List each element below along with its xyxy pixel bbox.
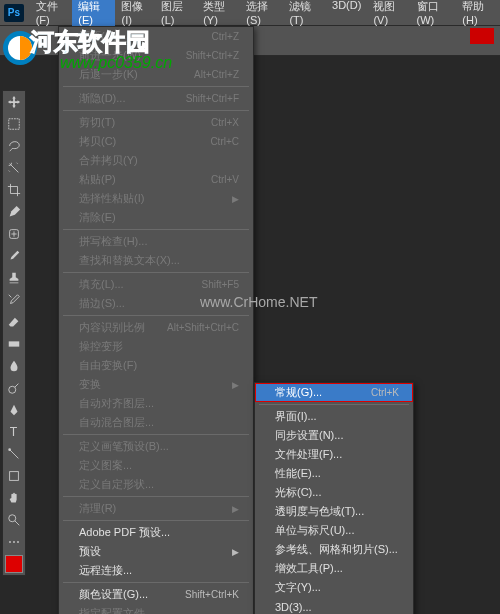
menu-8[interactable]: 视图(V)	[367, 0, 410, 30]
heal-tool[interactable]	[3, 223, 25, 245]
edit-item-9: 粘贴(P)Ctrl+V	[59, 170, 253, 189]
edit-item-7: 拷贝(C)Ctrl+C	[59, 132, 253, 151]
edit-item-20: 操控变形	[59, 337, 253, 356]
edit-sep-31	[63, 520, 249, 521]
foreground-color[interactable]	[5, 555, 23, 573]
preferences-submenu: 常规(G)...Ctrl+K界面(I)...同步设置(N)...文件处理(F).…	[254, 382, 414, 614]
edit-item-14: 查找和替换文本(X)...	[59, 251, 253, 270]
edit-item-6: 剪切(T)Ctrl+X	[59, 113, 253, 132]
prefs-item-10[interactable]: 增效工具(P)...	[255, 559, 413, 578]
history-brush-tool[interactable]	[3, 289, 25, 311]
menu-10[interactable]: 帮助(H)	[456, 0, 500, 30]
svg-point-3	[9, 386, 16, 393]
edit-item-37: 指定配置文件...	[59, 604, 253, 614]
edit-sep-3	[63, 86, 249, 87]
prefs-item-7[interactable]: 透明度与色域(T)...	[255, 502, 413, 521]
eraser-tool[interactable]	[3, 311, 25, 333]
edit-sep-15	[63, 272, 249, 273]
edit-sep-18	[63, 315, 249, 316]
prefs-item-12[interactable]: 3D(3)...	[255, 597, 413, 614]
edit-item-28: 定义自定形状...	[59, 475, 253, 494]
edit-item-21: 自由变换(F)	[59, 356, 253, 375]
prefs-item-2[interactable]: 界面(I)...	[255, 407, 413, 426]
prefs-item-0[interactable]: 常规(G)...Ctrl+K	[255, 383, 413, 402]
edit-item-13: 拼写检查(H)...	[59, 232, 253, 251]
edit-item-10: 选择性粘贴(I)▶	[59, 189, 253, 208]
edit-item-30: 清理(R)▶	[59, 499, 253, 518]
marquee-tool[interactable]	[3, 113, 25, 135]
menu-6[interactable]: 滤镜(T)	[283, 0, 326, 30]
zoom-tool[interactable]	[3, 509, 25, 531]
dodge-tool[interactable]	[3, 377, 25, 399]
brush-tool[interactable]	[3, 245, 25, 267]
edit-sep-12	[63, 229, 249, 230]
gradient-tool[interactable]	[3, 333, 25, 355]
prefs-item-5[interactable]: 性能(E)...	[255, 464, 413, 483]
prefs-sep-1	[259, 404, 409, 405]
wand-tool[interactable]	[3, 157, 25, 179]
edit-item-34[interactable]: 远程连接...	[59, 561, 253, 580]
toolbar: T ⋯	[2, 90, 26, 576]
edit-item-33[interactable]: 预设▶	[59, 542, 253, 561]
menu-9[interactable]: 窗口(W)	[411, 0, 457, 30]
svg-point-7	[9, 515, 16, 522]
prefs-item-3[interactable]: 同步设置(N)...	[255, 426, 413, 445]
move-tool[interactable]	[3, 91, 25, 113]
edit-item-23: 自动对齐图层...	[59, 394, 253, 413]
stamp-tool[interactable]	[3, 267, 25, 289]
prefs-item-11[interactable]: 文字(Y)...	[255, 578, 413, 597]
edit-menu-dropdown: 还原(O)Ctrl+Z前进一步(W)Shift+Ctrl+Z后退一步(K)Alt…	[58, 26, 254, 614]
blur-tool[interactable]	[3, 355, 25, 377]
edit-item-26: 定义画笔预设(B)...	[59, 437, 253, 456]
more-tool[interactable]: ⋯	[3, 531, 25, 553]
prefs-item-4[interactable]: 文件处理(F)...	[255, 445, 413, 464]
edit-item-19: 内容识别比例Alt+Shift+Ctrl+C	[59, 318, 253, 337]
menubar: Ps 文件(F)编辑(E)图像(I)图层(L)类型(Y)选择(S)滤镜(T)3D…	[0, 0, 500, 26]
prefs-item-9[interactable]: 参考线、网格和切片(S)...	[255, 540, 413, 559]
edit-item-27: 定义图案...	[59, 456, 253, 475]
edit-item-36[interactable]: 颜色设置(G)...Shift+Ctrl+K	[59, 585, 253, 604]
edit-sep-5	[63, 110, 249, 111]
edit-item-11: 清除(E)	[59, 208, 253, 227]
pen-tool[interactable]	[3, 399, 25, 421]
svg-point-5	[8, 448, 11, 451]
edit-item-22: 变换▶	[59, 375, 253, 394]
shape-tool[interactable]	[3, 465, 25, 487]
menu-7[interactable]: 3D(D)	[326, 0, 367, 30]
svg-text:T: T	[10, 425, 18, 439]
edit-item-8: 合并拷贝(Y)	[59, 151, 253, 170]
prefs-item-6[interactable]: 光标(C)...	[255, 483, 413, 502]
svg-rect-0	[9, 119, 20, 130]
type-tool[interactable]: T	[3, 421, 25, 443]
red-badge	[470, 28, 494, 44]
svg-rect-6	[10, 472, 19, 481]
eyedropper-tool[interactable]	[3, 201, 25, 223]
crop-tool[interactable]	[3, 179, 25, 201]
hand-tool[interactable]	[3, 487, 25, 509]
path-tool[interactable]	[3, 443, 25, 465]
edit-sep-25	[63, 434, 249, 435]
svg-rect-2	[9, 341, 20, 346]
edit-item-16: 填充(L)...Shift+F5	[59, 275, 253, 294]
edit-item-2: 后退一步(K)Alt+Ctrl+Z	[59, 65, 253, 84]
edit-item-4: 渐隐(D)...Shift+Ctrl+F	[59, 89, 253, 108]
edit-sep-35	[63, 582, 249, 583]
edit-item-32[interactable]: Adobe PDF 预设...	[59, 523, 253, 542]
app-logo: Ps	[4, 4, 24, 22]
prefs-item-8[interactable]: 单位与标尺(U)...	[255, 521, 413, 540]
edit-item-1: 前进一步(W)Shift+Ctrl+Z	[59, 46, 253, 65]
edit-item-24: 自动混合图层...	[59, 413, 253, 432]
lasso-tool[interactable]	[3, 135, 25, 157]
watermark-logo	[2, 30, 38, 66]
edit-sep-29	[63, 496, 249, 497]
edit-item-17: 描边(S)...	[59, 294, 253, 313]
edit-item-0: 还原(O)Ctrl+Z	[59, 27, 253, 46]
